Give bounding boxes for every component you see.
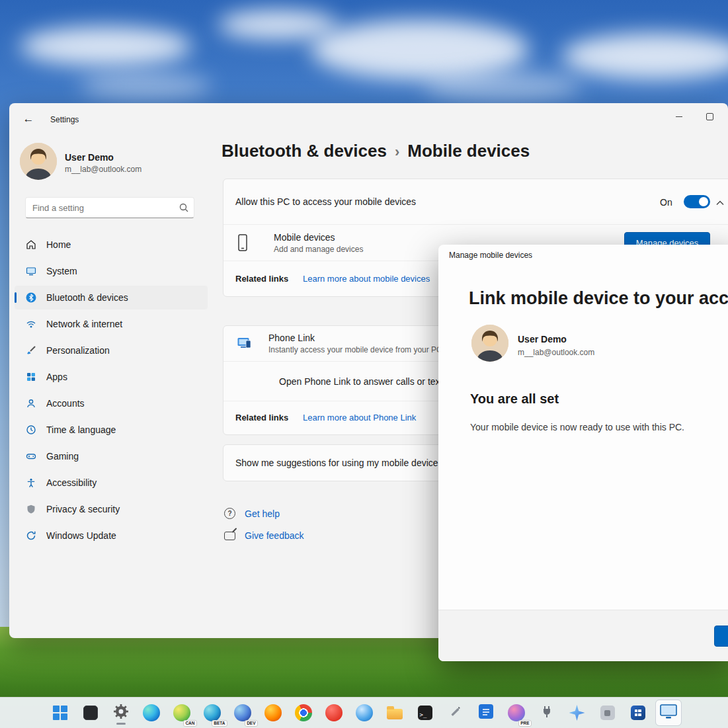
toggle-state-label: On xyxy=(660,197,672,208)
monitor-icon xyxy=(660,704,677,722)
chrome-icon xyxy=(295,704,312,721)
allow-access-row: Allow this PC to access your mobile devi… xyxy=(223,179,728,224)
cloud xyxy=(20,26,192,66)
apps-icon xyxy=(25,371,37,383)
maximize-button[interactable] xyxy=(694,103,725,130)
sidebar-item-label: System xyxy=(46,266,77,276)
cloud xyxy=(218,10,337,40)
give-feedback-row: Give feedback xyxy=(224,530,304,541)
sidebar-item-gaming[interactable]: Gaming xyxy=(15,444,208,468)
related-links-label: Related links xyxy=(235,274,288,284)
edge-canary-icon xyxy=(173,704,190,721)
sidebar-item-label: Bluetooth & devices xyxy=(46,292,128,303)
related-links-label: Related links xyxy=(235,413,288,423)
network-icon xyxy=(25,318,37,330)
blue-browser-icon xyxy=(356,704,373,721)
chevron-up-icon[interactable] xyxy=(715,198,725,210)
edge-beta-button[interactable]: BETA xyxy=(200,700,225,725)
minimize-icon xyxy=(676,116,682,117)
file-explorer-button[interactable] xyxy=(382,700,407,725)
get-help-link[interactable]: Get help xyxy=(245,508,280,519)
copilot-button[interactable] xyxy=(565,700,590,725)
dialog-primary-button[interactable] xyxy=(714,626,728,647)
sidebar-item-label: Home xyxy=(46,239,71,250)
gamepad-icon xyxy=(25,450,37,462)
sidebar-item-time-language[interactable]: Time & language xyxy=(15,418,208,442)
give-feedback-link[interactable]: Give feedback xyxy=(245,530,304,541)
dialog-status-text: Your mobile device is now ready to use w… xyxy=(470,422,684,432)
system-icon xyxy=(25,265,37,277)
firefox-icon xyxy=(264,704,282,721)
sidebar-item-label: Accounts xyxy=(46,398,85,409)
edge-dev-button[interactable]: DEV xyxy=(230,700,255,725)
sidebar-item-apps[interactable]: Apps xyxy=(15,365,208,389)
minimize-button[interactable] xyxy=(664,103,694,130)
edge-icon xyxy=(143,704,160,721)
search-input[interactable] xyxy=(25,197,194,218)
allow-access-toggle[interactable] xyxy=(684,195,710,208)
pencil-tool-icon xyxy=(449,705,462,721)
dev-home-button[interactable] xyxy=(626,700,651,725)
cross-device-app-button[interactable] xyxy=(656,700,681,725)
user-name: User Demo xyxy=(65,152,114,163)
breadcrumb-separator: › xyxy=(387,143,407,161)
firefox-button[interactable] xyxy=(261,700,286,725)
sidebar-nav: Home System Bluetooth & devices Network … xyxy=(15,233,208,550)
sidebar-item-label: Privacy & security xyxy=(46,504,120,514)
red-browser-button[interactable] xyxy=(321,700,346,725)
breadcrumb-parent[interactable]: Bluetooth & devices xyxy=(222,141,387,161)
sidebar-item-privacy-security[interactable]: Privacy & security xyxy=(15,497,208,521)
dialog-user-avatar xyxy=(471,325,508,362)
settings-app-button[interactable] xyxy=(108,700,134,725)
search-box xyxy=(25,197,194,218)
gray-app-icon xyxy=(600,706,615,720)
suggestions-label: Show me suggestions for using my mobile … xyxy=(235,458,438,468)
dev-badge: DEV xyxy=(245,720,257,727)
preview-app-icon xyxy=(508,704,525,721)
plug-tool-button[interactable] xyxy=(534,700,559,725)
dialog-status-heading: You are all set xyxy=(470,391,559,407)
sidebar-item-windows-update[interactable]: Windows Update xyxy=(15,524,208,547)
back-button[interactable]: ← xyxy=(19,110,38,128)
learn-more-mobile-devices-link[interactable]: Learn more about mobile devices xyxy=(303,274,430,284)
red-browser-icon xyxy=(325,704,343,721)
bluetooth-icon xyxy=(25,292,37,303)
sidebar-item-system[interactable]: System xyxy=(15,259,208,283)
page-title: Mobile devices xyxy=(407,141,530,161)
sidebar-item-personalization[interactable]: Personalization xyxy=(15,339,208,362)
accessibility-icon xyxy=(25,477,37,489)
start-button[interactable] xyxy=(48,700,73,725)
chrome-button[interactable] xyxy=(291,700,316,725)
mobile-devices-title: Mobile devices xyxy=(274,232,335,243)
taskbar: CAN BETA DEV >_ PRE xyxy=(0,697,728,728)
dark-app-button[interactable] xyxy=(78,700,103,725)
dark-app-icon xyxy=(83,706,98,720)
sidebar-item-accounts[interactable]: Accounts xyxy=(15,391,208,415)
feedback-icon xyxy=(224,532,235,540)
sidebar-item-label: Network & internet xyxy=(46,319,122,329)
sidebar-item-accessibility[interactable]: Accessibility xyxy=(15,471,208,495)
dialog-title: Manage mobile devices xyxy=(449,251,532,260)
blue-browser-button[interactable] xyxy=(352,700,377,725)
home-icon xyxy=(25,239,37,251)
sidebar-item-bluetooth-devices[interactable]: Bluetooth & devices xyxy=(15,286,208,309)
maximize-icon xyxy=(706,113,713,120)
gray-app-button[interactable] xyxy=(595,700,620,725)
sidebar-item-home[interactable]: Home xyxy=(15,233,208,257)
dev-tools-button[interactable] xyxy=(443,700,468,725)
window-title: Settings xyxy=(50,115,79,124)
user-avatar xyxy=(20,143,57,180)
edge-canary-button[interactable]: CAN xyxy=(169,700,194,725)
document-app-button[interactable] xyxy=(473,700,499,725)
terminal-button[interactable]: >_ xyxy=(413,700,438,725)
folder-icon xyxy=(387,706,403,720)
update-icon xyxy=(25,530,37,542)
edge-button[interactable] xyxy=(139,700,164,725)
sidebar-item-network-internet[interactable]: Network & internet xyxy=(15,312,208,336)
preview-app-button[interactable]: PRE xyxy=(504,700,529,725)
dialog-user-email: m__lab@outlook.com xyxy=(518,348,594,357)
sidebar-item-label: Windows Update xyxy=(46,530,116,541)
user-email: m__lab@outlook.com xyxy=(65,165,142,174)
breadcrumb: Bluetooth & devices › Mobile devices xyxy=(222,141,530,161)
learn-more-phone-link-link[interactable]: Learn more about Phone Link xyxy=(303,413,416,423)
